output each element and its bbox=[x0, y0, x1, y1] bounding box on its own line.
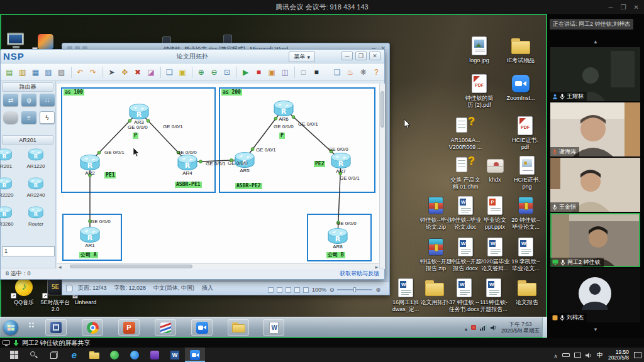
minimize-button[interactable]: ─ bbox=[609, 4, 613, 11]
router-node-ar8[interactable]: R AR8 bbox=[327, 227, 348, 244]
chat-icon[interactable]: ❑ bbox=[332, 67, 342, 78]
win7-clock[interactable]: 下午 7:53 2020/5/8 星期五 bbox=[501, 321, 540, 334]
router-node-ar2[interactable]: R AR2 bbox=[79, 153, 101, 171]
router-node-ar4[interactable]: R AR4 bbox=[177, 153, 198, 171]
zoom-in-button[interactable]: ⊕ bbox=[375, 287, 380, 293]
close-button[interactable]: ✕ bbox=[369, 52, 380, 60]
desktop-icon[interactable]: PDF钟佳钦的简历 (2).pdf bbox=[460, 74, 499, 108]
open-icon[interactable]: ▥ bbox=[18, 67, 28, 78]
desktop-icon[interactable]: PDFHCIE证书.pdf bbox=[506, 116, 545, 150]
forum-icon[interactable]: ♨ bbox=[345, 67, 355, 78]
participant-video[interactable]: 谢海涛 bbox=[550, 102, 640, 156]
zoom-slider[interactable] bbox=[337, 289, 372, 290]
router-node-ar3[interactable]: R AR3 bbox=[128, 102, 150, 120]
panel-title[interactable]: 路由器 bbox=[2, 82, 53, 92]
scrollbar-thumb[interactable] bbox=[70, 265, 192, 268]
tray-chevron-icon[interactable]: ∧ bbox=[553, 349, 558, 361]
start-button[interactable] bbox=[3, 320, 18, 335]
select-icon[interactable]: ➤ bbox=[107, 67, 117, 78]
battery-icon[interactable] bbox=[562, 353, 570, 357]
save-all-icon[interactable]: ▧ bbox=[43, 67, 53, 78]
participant-video[interactable]: 网工2 钟佳钦 bbox=[550, 213, 640, 267]
device-ar201[interactable]: R AR201 bbox=[0, 148, 19, 169]
maximize-button[interactable]: ❐ bbox=[355, 52, 367, 60]
note-icon[interactable]: ▣ bbox=[177, 67, 187, 78]
word-status-item[interactable]: 中文(简体, 中国) bbox=[153, 285, 194, 291]
view-button[interactable] bbox=[303, 287, 309, 293]
virtualbox-icon[interactable] bbox=[45, 319, 67, 336]
word-file-icon[interactable]: W bbox=[263, 319, 284, 336]
chrome-icon[interactable] bbox=[82, 319, 103, 336]
tray-expand-icon[interactable]: ▴ bbox=[465, 322, 467, 333]
explorer-icon[interactable] bbox=[228, 319, 249, 336]
show-desktop-button[interactable] bbox=[542, 317, 547, 337]
redo-icon[interactable]: ↷ bbox=[88, 67, 98, 78]
undo-icon[interactable]: ↶ bbox=[75, 67, 85, 78]
wlan-category-icon[interactable]: ψ bbox=[21, 94, 36, 106]
scroll-up-button[interactable]: ▲ bbox=[593, 39, 598, 45]
scroll-down-button[interactable]: ▼ bbox=[593, 327, 598, 332]
zoom-in-icon[interactable]: ⊕ bbox=[196, 67, 206, 78]
volume-icon[interactable] bbox=[586, 349, 592, 361]
start-device-icon[interactable]: ▶ bbox=[241, 67, 251, 78]
scrollbar-thumb[interactable] bbox=[380, 91, 384, 128]
device-ar2240[interactable]: R AR2240 bbox=[21, 177, 51, 198]
desktop-icon[interactable]: 20 钟佳钦--毕业论文... bbox=[506, 196, 545, 230]
device-ar3260[interactable]: R AR3260 bbox=[0, 206, 19, 227]
close-button[interactable]: ✕ bbox=[634, 4, 639, 11]
display-icon[interactable] bbox=[574, 353, 581, 358]
minimize-button[interactable]: ─ bbox=[341, 52, 353, 60]
save-icon[interactable]: ▦ bbox=[30, 67, 40, 78]
device-count-field[interactable]: 1 bbox=[2, 246, 55, 256]
tray-security-icon[interactable] bbox=[471, 325, 476, 330]
router-node-ar6[interactable]: R AR6 bbox=[273, 99, 294, 117]
network-icon[interactable] bbox=[480, 322, 487, 333]
maximize-button[interactable]: ❐ bbox=[621, 4, 626, 11]
view-button[interactable] bbox=[294, 287, 300, 293]
participant-video[interactable]: 刘梓杰 bbox=[550, 268, 640, 322]
router-node-ar1[interactable]: R AR1 bbox=[79, 226, 101, 243]
router-node-ar7[interactable]: R AR7 bbox=[330, 151, 352, 169]
ensp-icon[interactable] bbox=[155, 319, 176, 336]
action-center-icon[interactable] bbox=[634, 352, 641, 358]
new-topology-icon[interactable]: ▤ bbox=[4, 67, 14, 78]
device-ar1220[interactable]: R AR1220 bbox=[21, 148, 51, 169]
link-tool-icon[interactable]: ϟ bbox=[40, 111, 55, 124]
participant-video[interactable]: 王耀林 bbox=[550, 47, 640, 101]
cloud-category-icon[interactable] bbox=[3, 111, 18, 124]
cli-monitor-icon[interactable]: ■ bbox=[311, 67, 321, 78]
print-icon[interactable]: ▨ bbox=[57, 67, 67, 78]
start-button[interactable] bbox=[4, 348, 24, 362]
desktop-icon[interactable]: IE考试物品 bbox=[501, 36, 540, 63]
view-button[interactable] bbox=[277, 287, 282, 293]
router-category-icon[interactable]: ⇄ bbox=[3, 94, 18, 106]
switch-category-icon[interactable]: ∷ bbox=[40, 94, 55, 106]
menu-button[interactable]: 菜单 ▾ bbox=[289, 52, 315, 62]
app-blue-icon[interactable] bbox=[125, 348, 145, 362]
ensp-titlebar[interactable]: NSP 论文用拓扑 菜单 ▾ ─❐✕ bbox=[1, 50, 384, 63]
view-button[interactable] bbox=[268, 287, 274, 293]
settings-icon[interactable]: ❋ bbox=[358, 67, 369, 78]
l2switch-category-icon[interactable]: ≡ bbox=[21, 111, 36, 124]
actual-size-icon[interactable]: ⊡ bbox=[222, 67, 232, 78]
view-button[interactable] bbox=[286, 287, 291, 293]
pinned-separator[interactable] bbox=[29, 322, 34, 327]
device-ar2220[interactable]: R AR2220 bbox=[0, 177, 19, 198]
participant-video[interactable]: 王金恒 bbox=[550, 158, 640, 212]
blank-page-icon[interactable]: □ bbox=[299, 67, 309, 78]
stop-device-icon[interactable]: ■ bbox=[254, 67, 264, 78]
delete-icon[interactable]: ✖ bbox=[133, 67, 143, 78]
zoom-out-icon[interactable]: ⊖ bbox=[209, 67, 219, 78]
app-purple-icon[interactable] bbox=[145, 348, 165, 362]
desktop-icon[interactable]: ZoomInst... bbox=[501, 74, 540, 101]
desktop-icon[interactable]: HCIE证书.png bbox=[508, 156, 547, 190]
tencent-meeting-icon[interactable] bbox=[191, 319, 213, 336]
pan-icon[interactable]: ✥ bbox=[120, 67, 130, 78]
topology-canvas[interactable]: as 100as 200GE 0/0/0GE 0/0/1GE 0/0/1GE 0… bbox=[57, 84, 379, 269]
help-feedback-link[interactable]: 获取帮助与反馈 bbox=[340, 270, 379, 278]
word-status-item[interactable]: 页面: 12/43 bbox=[78, 285, 107, 291]
word-icon[interactable]: W bbox=[165, 348, 185, 362]
help-icon[interactable]: ? bbox=[371, 67, 381, 78]
horizontal-scrollbar[interactable]: ◀ ▶ bbox=[57, 263, 379, 269]
word-status-item[interactable]: 插入 bbox=[202, 285, 213, 291]
